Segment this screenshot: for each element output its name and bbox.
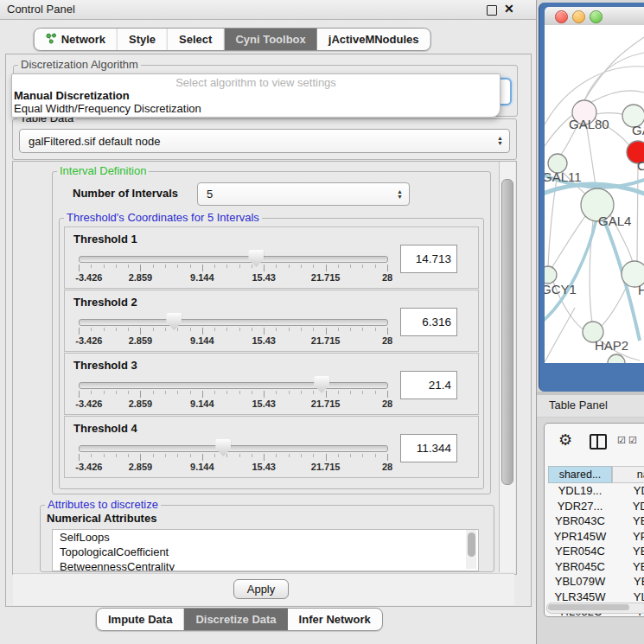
- table-row[interactable]: YBR045CYBR0: [548, 559, 644, 575]
- numerical-attributes-list[interactable]: SelfLoopsTopologicalCoefficientBetweenne…: [52, 529, 479, 571]
- attribute-list-item[interactable]: TopologicalCoefficient: [53, 545, 478, 559]
- network-node[interactable]: [545, 266, 557, 284]
- column-header-name[interactable]: na...: [612, 466, 644, 483]
- tab-cyni-toolbox[interactable]: Cyni Toolbox: [224, 29, 316, 50]
- network-edge[interactable]: [596, 113, 624, 115]
- threshold-value-input[interactable]: 11.344: [400, 434, 457, 462]
- table-cell[interactable]: YPR1: [612, 529, 644, 545]
- tab-jactivemnodules[interactable]: jActiveMNodules: [317, 29, 430, 50]
- checkbox-icon[interactable]: ☑: [628, 436, 637, 445]
- algorithm-option-equal-width[interactable]: Equal Width/Frequency Discretization: [14, 102, 201, 115]
- table-row[interactable]: YDL19...YDL1: [548, 483, 644, 499]
- threshold-row: Threshold 4-3.4262.8599.14415.4321.71528…: [64, 416, 479, 478]
- float-window-icon[interactable]: [487, 5, 497, 16]
- tab-network[interactable]: Network: [35, 29, 118, 50]
- num-intervals-select[interactable]: 5 ▲▼: [197, 182, 410, 206]
- table-row[interactable]: YBL079WYBL0: [548, 574, 644, 590]
- table-cell[interactable]: YBR0: [612, 513, 644, 529]
- table-cell[interactable]: YDR2: [612, 499, 644, 514]
- tick-mark: [128, 328, 129, 331]
- tick-mark: [350, 328, 351, 331]
- close-traffic-light[interactable]: [555, 10, 568, 23]
- table-cell[interactable]: YDL19...: [548, 483, 612, 499]
- slider-track[interactable]: [79, 319, 388, 326]
- spinner-arrows-icon[interactable]: ▲▼: [397, 189, 403, 200]
- table-row[interactable]: YDR27...YDR2: [548, 499, 644, 514]
- scale-label: 21.715: [311, 335, 341, 346]
- table-cell[interactable]: YBL079W: [548, 574, 612, 590]
- threshold-row: Threshold 1-3.4262.8599.14415.4321.71528…: [64, 226, 479, 289]
- tick-mark: [239, 454, 240, 457]
- tick-mark: [79, 328, 80, 335]
- table-cell[interactable]: YER0: [612, 544, 644, 559]
- tick-mark: [387, 454, 388, 461]
- settings-scrollbar-thumb[interactable]: [501, 179, 513, 485]
- tick-mark: [301, 328, 302, 331]
- threshold-value-input[interactable]: 14.713: [400, 245, 457, 273]
- table-cell[interactable]: YER054C: [548, 544, 612, 559]
- slider-track[interactable]: [79, 382, 388, 389]
- tick-mark: [165, 265, 166, 268]
- attributes-scrollbar-thumb[interactable]: [468, 532, 475, 557]
- spinner-arrows-icon[interactable]: ▲▼: [497, 136, 503, 146]
- tick-mark: [214, 265, 215, 268]
- columns-icon[interactable]: [590, 434, 607, 450]
- tick-mark: [153, 328, 154, 331]
- threshold-label: Threshold 4: [73, 422, 137, 435]
- tab-style[interactable]: Style: [118, 29, 168, 50]
- scale-label: 28: [382, 335, 392, 346]
- tick-mark: [226, 265, 227, 268]
- network-edge[interactable]: [637, 163, 638, 261]
- tick-mark: [350, 391, 351, 394]
- network-edge[interactable]: [600, 284, 628, 328]
- tick-mark: [91, 454, 92, 457]
- tick-mark: [326, 454, 327, 461]
- attribute-list-item[interactable]: BetweennessCentrality: [53, 559, 478, 571]
- threshold-value-input[interactable]: 21.4: [400, 371, 457, 399]
- table-hscrollbar[interactable]: [546, 603, 644, 614]
- table-data-select[interactable]: galFiltered.sif default node ▲▼: [19, 129, 510, 153]
- scale-label: -3.426: [75, 335, 102, 346]
- tab-impute-data[interactable]: Impute Data: [97, 609, 184, 630]
- table-cell[interactable]: YBR043C: [548, 513, 612, 529]
- minimize-traffic-light[interactable]: [572, 10, 585, 23]
- tick-mark: [313, 265, 314, 268]
- slider-track[interactable]: [79, 445, 388, 452]
- apply-button[interactable]: Apply: [233, 579, 289, 599]
- tab-select[interactable]: Select: [168, 29, 224, 50]
- network-edge[interactable]: [586, 124, 596, 191]
- table-cell[interactable]: YBL0: [612, 574, 644, 590]
- scale-label: 21.715: [311, 272, 341, 283]
- table-cell[interactable]: YDL1: [612, 483, 644, 499]
- table-row[interactable]: YPR145WYPR1: [548, 529, 644, 545]
- scale-label: 28: [382, 399, 392, 409]
- column-header-shared-name[interactable]: shared...: [548, 466, 612, 483]
- tick-mark: [326, 328, 327, 335]
- network-canvas[interactable]: GAL80GACGAL11GAL4GCY1HHAP2: [545, 25, 644, 363]
- checkbox-icon[interactable]: ☑: [617, 436, 626, 445]
- tick-mark: [214, 454, 215, 457]
- close-icon[interactable]: ✕: [504, 2, 514, 16]
- tick-mark: [326, 391, 327, 398]
- network-node[interactable]: [608, 354, 625, 363]
- table-cell[interactable]: YBR045C: [548, 559, 612, 575]
- table-cell[interactable]: YDR27...: [548, 499, 612, 514]
- table-row[interactable]: YBR043CYBR0: [548, 513, 644, 529]
- zoom-traffic-light[interactable]: [590, 10, 603, 23]
- algorithm-option-manual[interactable]: Manual Discretization: [14, 89, 130, 102]
- table-cell[interactable]: YBR0: [612, 559, 644, 575]
- threshold-row: Threshold 2-3.4262.8599.14415.4321.71528…: [64, 290, 479, 352]
- network-window-titlebar[interactable]: [545, 7, 644, 26]
- network-edge[interactable]: [551, 216, 585, 270]
- scale-label: 15.43: [252, 399, 276, 409]
- tab-infer-network[interactable]: Infer Network: [288, 609, 382, 630]
- tab-discretize-data[interactable]: Discretize Data: [184, 609, 287, 630]
- gear-icon[interactable]: ⚙: [558, 432, 572, 448]
- scale-label: 15.43: [252, 462, 276, 472]
- threshold-value-input[interactable]: 6.316: [400, 308, 457, 336]
- slider-track[interactable]: [79, 256, 388, 263]
- table-cell[interactable]: YPR145W: [548, 529, 612, 545]
- table-row[interactable]: YER054CYER0: [548, 544, 644, 559]
- table-hscrollbar-thumb[interactable]: [548, 604, 629, 610]
- attribute-list-item[interactable]: SelfLoops: [53, 530, 478, 545]
